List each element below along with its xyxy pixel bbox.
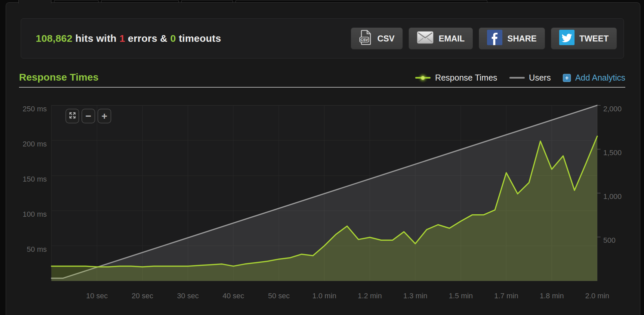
right-axis-ticks (597, 105, 601, 237)
users-series-marker-icon (509, 77, 525, 79)
svg-text:1.8 min: 1.8 min (540, 292, 564, 300)
loader-test-results-screen: 108,862 hits with 1 errors & 0 timeouts … (0, 0, 644, 315)
zoom-in-button[interactable]: + (98, 109, 111, 123)
response-times-series-marker-icon (415, 77, 431, 79)
chart-controls: − + (65, 109, 111, 123)
svg-text:50 ms: 50 ms (27, 245, 47, 253)
svg-text:1,500: 1,500 (603, 148, 622, 157)
expand-button[interactable] (65, 109, 79, 123)
svg-text:150 ms: 150 ms (23, 175, 47, 183)
svg-text:250 ms: 250 ms (23, 105, 47, 113)
envelope-icon (417, 31, 434, 46)
errors-label: errors & (128, 33, 170, 44)
svg-text:2.0 min: 2.0 min (585, 292, 609, 300)
share-button-label: SHARE (507, 34, 537, 43)
export-share-buttons: CSV CSV EMAIL (351, 27, 617, 49)
blue-plus-icon: + (563, 74, 571, 82)
svg-text:1.0 min: 1.0 min (312, 292, 336, 300)
twitter-icon (559, 30, 575, 47)
svg-text:10 sec: 10 sec (86, 292, 108, 300)
timeouts-label: timeouts (179, 33, 221, 44)
add-analytics-link[interactable]: + Add Analytics (563, 73, 625, 83)
legend-users-label: Users (529, 73, 551, 83)
legend-users[interactable]: Users (509, 73, 551, 83)
timeouts-count: 0 (170, 33, 176, 44)
svg-text:20 sec: 20 sec (132, 292, 153, 300)
tab-stub-3[interactable] (101, 0, 179, 3)
hits-label: hits with (75, 33, 119, 44)
chart-svg[interactable]: 250 ms200 ms150 ms100 ms50 ms2,0001,5001… (0, 94, 644, 315)
svg-text:CSV: CSV (360, 38, 368, 42)
right-axis-labels: 2,0001,5001,000500 (603, 105, 622, 245)
svg-text:50 sec: 50 sec (268, 292, 290, 300)
svg-text:1,000: 1,000 (603, 192, 622, 201)
tweet-button-label: TWEET (580, 34, 609, 43)
section-title: Response Times (19, 72, 99, 83)
svg-text:1.2 min: 1.2 min (358, 292, 382, 300)
svg-text:500: 500 (603, 236, 616, 244)
plus-icon: + (102, 111, 108, 121)
svg-text:40 sec: 40 sec (222, 292, 244, 300)
tab-stub-4[interactable] (181, 0, 233, 3)
facebook-icon (487, 30, 502, 47)
add-analytics-label: Add Analytics (575, 73, 625, 83)
svg-text:2,000: 2,000 (603, 105, 622, 113)
csv-button[interactable]: CSV CSV (351, 27, 403, 49)
svg-text:1.5 min: 1.5 min (449, 292, 473, 300)
hits-summary: 108,862 hits with 1 errors & 0 timeouts (36, 33, 221, 44)
left-axis-labels: 250 ms200 ms150 ms100 ms50 ms (23, 105, 47, 253)
glow-dot-icon (421, 76, 425, 80)
svg-text:100 ms: 100 ms (23, 210, 47, 218)
response-times-chart[interactable]: 250 ms200 ms150 ms100 ms50 ms2,0001,5001… (0, 94, 644, 315)
tweet-button[interactable]: TWEET (551, 27, 617, 49)
facebook-share-button[interactable]: SHARE (479, 27, 545, 49)
svg-text:200 ms: 200 ms (23, 140, 47, 148)
svg-text:1.7 min: 1.7 min (494, 292, 518, 300)
legend-response-times[interactable]: Response Times (415, 73, 497, 83)
x-axis-labels: 10 sec20 sec30 sec40 sec50 sec1.0 min1.2… (86, 292, 609, 300)
email-button-label: EMAIL (439, 34, 465, 43)
svg-text:30 sec: 30 sec (177, 292, 199, 300)
section-divider (19, 87, 625, 88)
chart-legend: Response Times Users + Add Analytics (415, 73, 625, 83)
expand-arrows-icon (68, 111, 76, 121)
legend-response-times-label: Response Times (435, 73, 497, 83)
tab-stub-5[interactable] (235, 0, 487, 3)
minus-icon: − (86, 111, 92, 121)
errors-count: 1 (119, 33, 125, 44)
stats-bar: 108,862 hits with 1 errors & 0 timeouts … (21, 18, 624, 59)
hits-count: 108,862 (36, 33, 72, 44)
zoom-out-button[interactable]: − (82, 109, 95, 123)
csv-file-icon: CSV (359, 30, 372, 47)
csv-button-label: CSV (377, 34, 394, 43)
tab-stub-2[interactable] (54, 0, 99, 3)
svg-text:1.3 min: 1.3 min (403, 292, 427, 300)
email-button[interactable]: EMAIL (409, 27, 473, 49)
tab-stub-active[interactable] (18, 0, 51, 3)
